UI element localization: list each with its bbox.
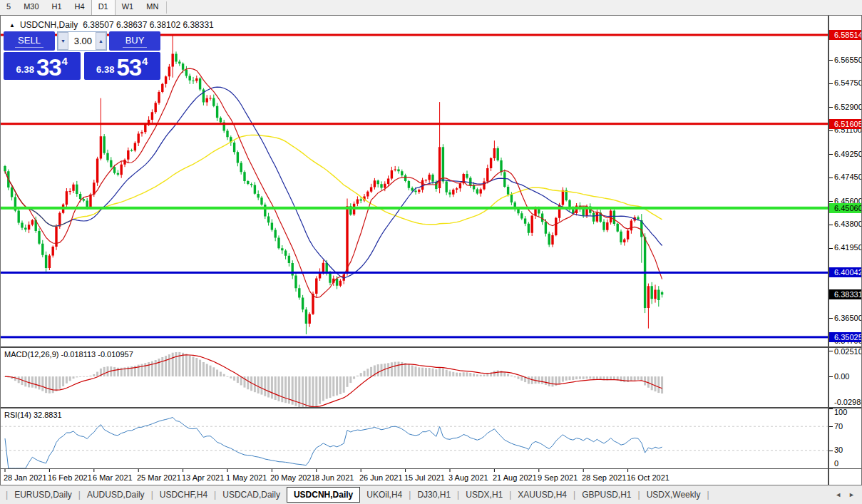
date-tick-label: 15 Jul 2021 <box>404 473 445 482</box>
tabs-scroll-left-icon[interactable]: ◄ <box>835 491 841 498</box>
macd-tick-label: -0.029881 <box>834 398 861 407</box>
volume-input[interactable]: 3.00 <box>68 32 96 50</box>
price-tick-label: 6.49250 <box>834 150 861 159</box>
price-level-badge: 6.38331 <box>829 289 861 299</box>
axis-corner <box>828 468 861 485</box>
sell-price-small: 6.38 <box>16 64 34 75</box>
price-tick-mark <box>829 178 833 178</box>
macd-tick-label: 0.025108 <box>834 347 861 356</box>
rsi-chart-canvas[interactable] <box>1 408 828 468</box>
tabs-scroll-right-icon[interactable]: ► <box>848 491 855 498</box>
date-axis: 28 Jan 202116 Feb 20216 Mar 202125 Mar 2… <box>1 468 828 485</box>
sell-price-display[interactable]: 6.38 33 4 <box>4 52 81 80</box>
rsi-tick-mark <box>829 426 833 427</box>
rsi-tick-label: 0 <box>834 459 838 468</box>
chart-tab-eurusd[interactable]: EURUSD,Daily <box>8 488 78 502</box>
price-tick-mark <box>829 154 833 155</box>
date-tick-label: 9 Sep 2021 <box>538 473 578 482</box>
chart-tab-usdx[interactable]: USDX,H1 <box>459 488 509 502</box>
chart-ohlc-values: 6.38507 6.38637 6.38102 6.38331 <box>83 20 214 30</box>
macd-axis: 0.0251080.00-0.029881 <box>828 346 861 407</box>
price-tick-label: 6.56550 <box>834 56 861 65</box>
main-price-panel[interactable]: ▲ USDCNH,Daily 6.38507 6.38637 6.38102 6… <box>1 16 828 346</box>
buy-price-sup: 4 <box>142 55 148 67</box>
timeframe-button-h4[interactable]: H4 <box>68 0 91 15</box>
macd-tick-label: 0.00 <box>834 372 849 381</box>
price-tick-label: 6.41950 <box>834 243 861 252</box>
price-tick-label: 6.47450 <box>834 173 861 182</box>
date-tick-label: 16 Oct 2021 <box>627 473 669 482</box>
price-axis: 6.565506.547506.529006.511006.492506.474… <box>828 16 861 346</box>
timeframe-button-5[interactable]: 5 <box>0 0 17 15</box>
rsi-panel[interactable]: RSI(14) 32.8831 <box>1 407 828 468</box>
chart-tab-dj30[interactable]: DJ30,H1 <box>411 488 457 502</box>
rsi-label: RSI(14) 32.8831 <box>4 411 62 419</box>
date-tick-label: 20 May 2021 <box>270 473 316 482</box>
price-level-badge: 6.51605 <box>829 119 861 129</box>
timeframe-button-d1[interactable]: D1 <box>91 0 116 15</box>
chart-tab-usdcad[interactable]: USDCAD,Daily <box>216 488 287 502</box>
price-tick-mark <box>829 60 833 61</box>
buy-price-display[interactable]: 6.38 53 4 <box>84 52 161 80</box>
date-tick-label: 28 Jan 2021 <box>4 473 47 482</box>
chart-tab-usdchf[interactable]: USDCHF,H4 <box>153 488 214 502</box>
volume-decrease-icon[interactable]: ▼ <box>58 32 68 50</box>
chart-title: USDCNH,Daily <box>20 20 78 30</box>
chart-window: ▲ USDCNH,Daily 6.38507 6.38637 6.38102 6… <box>0 15 862 485</box>
sell-price-big: 33 <box>36 56 61 78</box>
chart-header: ▲ USDCNH,Daily 6.38507 6.38637 6.38102 6… <box>9 20 214 30</box>
price-level-badge: 6.35025 <box>829 332 861 342</box>
macd-label: MACD(12,26,9) -0.018113 -0.010957 <box>4 350 133 359</box>
timeframe-button-h1[interactable]: H1 <box>46 0 68 15</box>
rsi-tick-label: 100 <box>834 408 847 417</box>
sell-button[interactable]: SELL <box>4 31 55 51</box>
symbol-tab-bar: |EURUSD,Daily|AUDUSD,Daily|USDCHF,H4|USD… <box>0 485 862 504</box>
price-tick-mark <box>829 83 833 84</box>
date-tick-label: 21 Aug 2021 <box>493 473 537 482</box>
date-tick-label: 16 Feb 2021 <box>48 473 92 482</box>
rsi-tick-label: 70 <box>834 422 843 431</box>
toolbar-separator <box>166 1 167 14</box>
price-level-badge: 6.40042 <box>829 267 861 277</box>
price-tick-mark <box>829 201 833 202</box>
chart-expand-icon[interactable]: ▲ <box>9 22 15 29</box>
price-tick-mark <box>829 248 833 249</box>
date-tick-label: 6 Mar 2021 <box>93 473 133 482</box>
date-tick-label: 8 Jun 2021 <box>315 473 354 482</box>
chart-tab-xauusd[interactable]: XAUUSD,H4 <box>511 488 573 502</box>
price-tick-label: 6.43800 <box>834 220 861 229</box>
chart-tab-ukoil[interactable]: UKOil,H4 <box>360 488 409 502</box>
date-tick-label: 25 Mar 2021 <box>137 473 181 482</box>
rsi-tick-mark <box>829 451 833 451</box>
timeframe-button-w1[interactable]: W1 <box>116 0 140 15</box>
date-tick-label: 1 May 2021 <box>226 473 267 482</box>
volume-increase-icon[interactable]: ▲ <box>96 32 106 50</box>
rsi-tick-label: 30 <box>834 446 843 455</box>
date-tick-label: 26 Jun 2021 <box>359 473 403 482</box>
price-tick-mark <box>829 225 833 225</box>
timeframe-button-m30[interactable]: M30 <box>17 0 45 15</box>
price-tick-mark <box>829 318 833 319</box>
date-tick-label: 13 Apr 2021 <box>182 473 224 482</box>
buy-button[interactable]: BUY <box>109 31 160 51</box>
buy-price-big: 53 <box>116 56 141 78</box>
rsi-tick-mark <box>829 408 833 409</box>
chart-tab-gbpusd[interactable]: GBPUSD,H1 <box>575 488 637 502</box>
chart-tab-audusd[interactable]: AUDUSD,Daily <box>81 488 151 502</box>
date-tick-label: 28 Sep 2021 <box>582 473 626 482</box>
timeframe-button-mn[interactable]: MN <box>140 0 165 15</box>
price-tick-label: 6.52900 <box>834 103 861 112</box>
macd-panel[interactable]: MACD(12,26,9) -0.018113 -0.010957 <box>1 346 828 407</box>
macd-tick-mark <box>829 376 833 377</box>
chart-tab-usdx[interactable]: USDX,Weekly <box>640 488 707 502</box>
tab-separator: | <box>707 490 709 500</box>
price-tick-label: 6.36500 <box>834 314 861 323</box>
price-level-badge: 6.45060 <box>829 203 861 213</box>
chart-tab-usdcnh[interactable]: USDCNH,Daily <box>287 487 360 503</box>
price-tick-mark <box>829 130 833 131</box>
buy-price-small: 6.38 <box>96 64 114 75</box>
date-tick-label: 3 Aug 2021 <box>448 473 488 482</box>
price-tick-mark <box>829 107 833 108</box>
timeframe-toolbar: 5M30H1H4D1W1MN <box>0 0 862 15</box>
one-click-trade-panel: SELL ▼ 3.00 ▲ BUY 6.38 33 4 6.38 53 4 <box>4 31 160 80</box>
